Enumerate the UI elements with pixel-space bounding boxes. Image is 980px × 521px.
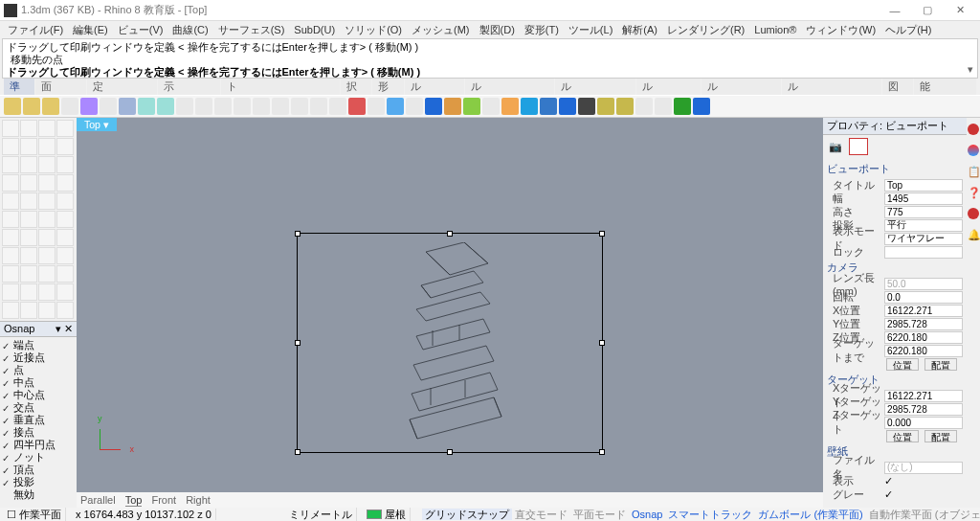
toolbar-button[interactable] — [387, 98, 404, 115]
tool-button[interactable] — [56, 229, 74, 246]
tool-button[interactable] — [38, 229, 56, 246]
tool-button[interactable] — [56, 174, 74, 192]
camera-icon[interactable]: 📷 — [826, 138, 845, 155]
toolbar-button[interactable] — [616, 98, 634, 115]
tool-button[interactable] — [38, 302, 56, 319]
tool-button[interactable] — [56, 247, 74, 264]
status-tag[interactable]: 平面モード — [570, 509, 629, 520]
tool-button[interactable] — [38, 211, 56, 228]
layer-indicator[interactable]: 屋根 — [363, 508, 411, 521]
toolbar-button[interactable] — [138, 98, 155, 115]
toolbar-button[interactable] — [195, 98, 212, 115]
menu-item[interactable]: 製図(D) — [476, 22, 519, 38]
tool-button[interactable] — [20, 120, 37, 137]
menu-item[interactable]: ヘルプ(H) — [881, 22, 935, 38]
menu-item[interactable]: 変形(T) — [521, 22, 563, 38]
menu-item[interactable]: 曲線(C) — [168, 22, 212, 38]
tool-button[interactable] — [56, 302, 74, 319]
render-icon[interactable] — [968, 145, 979, 156]
menu-item[interactable]: ツール(L) — [565, 22, 616, 38]
menu-item[interactable]: SubD(U) — [290, 23, 339, 36]
tool-button[interactable] — [20, 283, 37, 301]
menu-item[interactable]: ウィンドウ(W) — [802, 22, 880, 38]
layers-icon[interactable]: 📋 — [968, 166, 979, 177]
toolbar-button[interactable] — [444, 98, 461, 115]
toolbar-button[interactable] — [234, 98, 251, 115]
menu-item[interactable]: メッシュ(M) — [408, 22, 474, 38]
tool-button[interactable] — [38, 174, 56, 192]
tool-button[interactable] — [20, 265, 37, 283]
tool-button[interactable] — [2, 174, 19, 192]
status-tag[interactable]: スマートトラック — [665, 509, 755, 520]
tool-button[interactable] — [2, 283, 19, 301]
toolbar-button[interactable] — [253, 98, 270, 115]
tool-button[interactable] — [2, 302, 19, 319]
tool-button[interactable] — [38, 265, 56, 283]
viewport-top[interactable]: yx — [77, 118, 823, 492]
tool-button[interactable] — [56, 120, 74, 137]
viewport-label[interactable]: Top ▾ — [77, 118, 117, 131]
tool-button[interactable] — [38, 156, 56, 173]
tool-button[interactable] — [20, 174, 37, 192]
tool-button[interactable] — [2, 193, 19, 210]
tool-button[interactable] — [20, 156, 37, 173]
viewport-tab[interactable]: Top — [125, 494, 143, 507]
tool-button[interactable] — [20, 229, 37, 246]
menu-item[interactable]: ビュー(V) — [114, 22, 167, 38]
toolbar-button[interactable] — [501, 98, 519, 115]
tool-button[interactable] — [56, 211, 74, 228]
tool-button[interactable] — [38, 138, 56, 155]
minimize-button[interactable]: — — [879, 1, 911, 20]
toolbar-button[interactable] — [291, 98, 308, 115]
toolbar-button[interactable] — [693, 98, 710, 115]
toolbar-button[interactable] — [406, 98, 423, 115]
tool-button[interactable] — [56, 193, 74, 210]
tool-button[interactable] — [2, 247, 19, 264]
tool-button[interactable] — [2, 120, 19, 137]
toolbar-button[interactable] — [176, 98, 193, 115]
toolbar-button[interactable] — [578, 98, 595, 115]
status-tag[interactable]: グリッドスナップ — [422, 509, 512, 520]
tool-button[interactable] — [38, 283, 56, 301]
menu-item[interactable]: サーフェス(S) — [214, 22, 289, 38]
tool-button[interactable] — [56, 283, 74, 301]
tool-button[interactable] — [20, 302, 37, 319]
tool-button[interactable] — [2, 211, 19, 228]
toolbar-button[interactable] — [272, 98, 289, 115]
toolbar-button[interactable] — [100, 98, 117, 115]
bell-icon[interactable]: 🔔 — [968, 229, 979, 240]
chevron-down-icon[interactable]: ▾ — [968, 63, 973, 76]
viewport-tab[interactable]: Parallel — [80, 494, 116, 506]
tool-button[interactable] — [20, 193, 37, 210]
help-icon[interactable]: ❓ — [968, 187, 979, 198]
toolbar-button[interactable] — [597, 98, 614, 115]
tool-button[interactable] — [20, 138, 37, 155]
viewport-tab[interactable]: Front — [151, 494, 176, 506]
tool-button[interactable] — [20, 247, 37, 264]
toolbar-button[interactable] — [559, 98, 576, 115]
toolbar-button[interactable] — [463, 98, 480, 115]
tool-button[interactable] — [2, 265, 19, 283]
toolbar-button[interactable] — [214, 98, 232, 115]
record-icon[interactable] — [968, 124, 979, 135]
toolbar-button[interactable] — [61, 98, 78, 115]
toolbar-button[interactable] — [310, 98, 327, 115]
toolbar-button[interactable] — [425, 98, 442, 115]
toolbar-button[interactable] — [348, 98, 366, 115]
material-icon[interactable] — [849, 138, 868, 155]
tool-button[interactable] — [20, 211, 37, 228]
toolbar-button[interactable] — [80, 98, 98, 115]
tool-button[interactable] — [56, 265, 74, 283]
tool-button[interactable] — [56, 156, 74, 173]
toolbar-button[interactable] — [368, 98, 385, 115]
viewport-tab[interactable]: Right — [186, 494, 211, 506]
toolbar-button[interactable] — [482, 98, 500, 115]
tool-button[interactable] — [38, 193, 56, 210]
menu-item[interactable]: ファイル(F) — [4, 22, 67, 38]
menu-item[interactable]: ソリッド(O) — [341, 22, 406, 38]
toolbar-button[interactable] — [540, 98, 557, 115]
toolbar-button[interactable] — [4, 98, 21, 115]
tool-button[interactable] — [2, 229, 19, 246]
close-button[interactable]: ✕ — [944, 1, 976, 20]
menu-item[interactable]: 解析(A) — [618, 22, 661, 38]
